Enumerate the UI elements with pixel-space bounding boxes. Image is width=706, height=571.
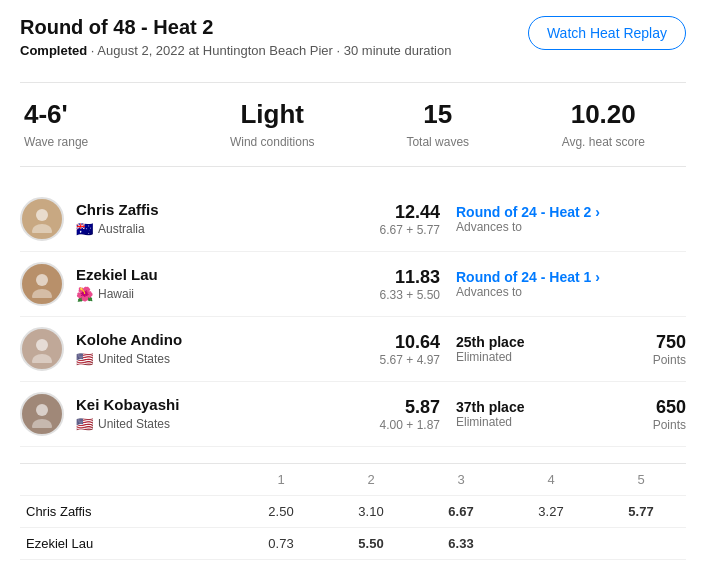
score-cell xyxy=(506,528,596,560)
svg-point-1 xyxy=(32,224,52,233)
stat-value: Light xyxy=(190,99,356,130)
surfer-country: 🌺 Hawaii xyxy=(76,286,370,302)
stat-label: Wave range xyxy=(24,135,88,149)
total-score: 10.64 xyxy=(370,332,440,353)
result-link[interactable]: Round of 24 - Heat 2 › xyxy=(456,204,616,220)
result-status: Advances to xyxy=(456,285,616,299)
surfer-country: 🇺🇸 United States xyxy=(76,416,370,432)
score-cell xyxy=(506,560,596,572)
result-status: Eliminated xyxy=(456,415,616,429)
surfer-points: 650 Points xyxy=(626,397,686,432)
surfer-country: 🇦🇺 Australia xyxy=(76,221,370,237)
stats-row: 4-6' Wave range Light Wind conditions 15… xyxy=(20,82,686,167)
page-title: Round of 48 - Heat 2 xyxy=(20,16,451,39)
total-score: 12.44 xyxy=(370,202,440,223)
score-cell: 6.33 xyxy=(416,528,506,560)
stat-label: Total waves xyxy=(406,135,469,149)
surfer-name: Kei Kobayashi xyxy=(76,396,370,413)
svg-point-5 xyxy=(32,354,52,363)
svg-point-3 xyxy=(32,289,52,298)
svg-point-2 xyxy=(36,274,48,286)
country-flag: 🇺🇸 xyxy=(76,351,93,367)
score-cell: 3.27 xyxy=(506,496,596,528)
score-cell xyxy=(416,560,506,572)
stat-value: 10.20 xyxy=(521,99,687,130)
score-cell: 6.67 xyxy=(416,496,506,528)
col-header xyxy=(20,464,236,496)
result-place: 25th place xyxy=(456,334,616,350)
meta-details: · August 2, 2022 at Huntington Beach Pie… xyxy=(91,43,452,58)
country-flag: 🌺 xyxy=(76,286,93,302)
row-name: Ezekiel Lau xyxy=(20,528,236,560)
score-cell: 5.67 xyxy=(236,560,326,572)
wave-scores: 6.33 + 5.50 xyxy=(370,288,440,302)
col-header: 5 xyxy=(596,464,686,496)
col-header: 2 xyxy=(326,464,416,496)
stat-label: Wind conditions xyxy=(230,135,315,149)
country-name: Australia xyxy=(98,222,145,236)
total-score: 11.83 xyxy=(370,267,440,288)
result-link[interactable]: Round of 24 - Heat 1 › xyxy=(456,269,616,285)
points-value: 750 xyxy=(626,332,686,353)
surfer-row: Ezekiel Lau 🌺 Hawaii 11.83 6.33 + 5.50 R… xyxy=(20,252,686,317)
score-cell: 5.50 xyxy=(326,528,416,560)
score-cell: 3.10 xyxy=(326,496,416,528)
country-name: Hawaii xyxy=(98,287,134,301)
surfer-scores: 11.83 6.33 + 5.50 xyxy=(370,267,440,302)
score-table: 12345 Chris Zaffis2.503.106.673.275.77Ez… xyxy=(20,463,686,571)
row-name: Kolohe Andino xyxy=(20,560,236,572)
surfer-info: Kolohe Andino 🇺🇸 United States xyxy=(76,331,370,367)
wave-scores: 4.00 + 1.87 xyxy=(370,418,440,432)
avatar xyxy=(20,392,64,436)
score-cell: 2.50 xyxy=(236,496,326,528)
surfer-points: 750 Points xyxy=(626,332,686,367)
result-status: Advances to xyxy=(456,220,616,234)
country-name: United States xyxy=(98,352,170,366)
avatar xyxy=(20,197,64,241)
score-grid: 12345 Chris Zaffis2.503.106.673.275.77Ez… xyxy=(20,464,686,571)
points-label: Points xyxy=(626,418,686,432)
stat-item: Light Wind conditions xyxy=(190,99,356,150)
result-place: 37th place xyxy=(456,399,616,415)
svg-point-4 xyxy=(36,339,48,351)
surfer-name: Ezekiel Lau xyxy=(76,266,370,283)
surfer-row: Kei Kobayashi 🇺🇸 United States 5.87 4.00… xyxy=(20,382,686,447)
surfer-info: Kei Kobayashi 🇺🇸 United States xyxy=(76,396,370,432)
stat-value: 15 xyxy=(355,99,521,130)
svg-point-6 xyxy=(36,404,48,416)
surfer-result: Round of 24 - Heat 1 › Advances to xyxy=(456,269,616,299)
table-row: Chris Zaffis2.503.106.673.275.77 xyxy=(20,496,686,528)
surfer-result: Round of 24 - Heat 2 › Advances to xyxy=(456,204,616,234)
stat-item: 15 Total waves xyxy=(355,99,521,150)
surfer-result: 25th place Eliminated xyxy=(456,334,616,364)
row-name: Chris Zaffis xyxy=(20,496,236,528)
score-cell: 5.77 xyxy=(596,496,686,528)
score-cell: 4.97 xyxy=(326,560,416,572)
table-row: Ezekiel Lau0.735.506.33 xyxy=(20,528,686,560)
score-cell xyxy=(596,528,686,560)
score-cell xyxy=(596,560,686,572)
header-meta: Completed · August 2, 2022 at Huntington… xyxy=(20,43,451,58)
surfer-result: 37th place Eliminated xyxy=(456,399,616,429)
surfer-name: Chris Zaffis xyxy=(76,201,370,218)
svg-point-0 xyxy=(36,209,48,221)
surfer-name: Kolohe Andino xyxy=(76,331,370,348)
total-score: 5.87 xyxy=(370,397,440,418)
table-row: Kolohe Andino5.674.97 xyxy=(20,560,686,572)
surfers-list: Chris Zaffis 🇦🇺 Australia 12.44 6.67 + 5… xyxy=(20,187,686,447)
surfer-scores: 5.87 4.00 + 1.87 xyxy=(370,397,440,432)
stat-item: 4-6' Wave range xyxy=(20,99,190,150)
col-header: 1 xyxy=(236,464,326,496)
col-header: 3 xyxy=(416,464,506,496)
stat-label: Avg. heat score xyxy=(562,135,645,149)
surfer-scores: 12.44 6.67 + 5.77 xyxy=(370,202,440,237)
watch-replay-button[interactable]: Watch Heat Replay xyxy=(528,16,686,50)
country-flag: 🇦🇺 xyxy=(76,221,93,237)
avatar xyxy=(20,327,64,371)
surfer-row: Kolohe Andino 🇺🇸 United States 10.64 5.6… xyxy=(20,317,686,382)
stat-item: 10.20 Avg. heat score xyxy=(521,99,687,150)
svg-point-7 xyxy=(32,419,52,428)
surfer-info: Chris Zaffis 🇦🇺 Australia xyxy=(76,201,370,237)
surfer-country: 🇺🇸 United States xyxy=(76,351,370,367)
surfer-info: Ezekiel Lau 🌺 Hawaii xyxy=(76,266,370,302)
